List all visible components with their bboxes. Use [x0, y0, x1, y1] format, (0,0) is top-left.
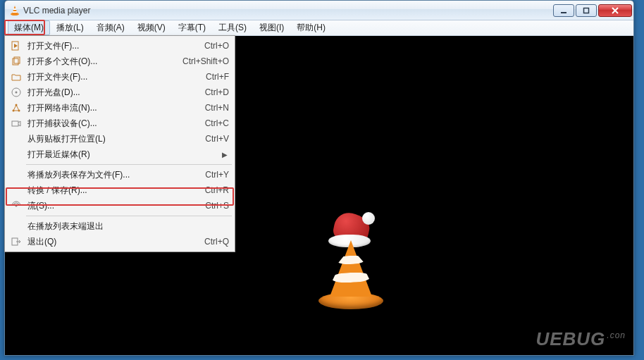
media-menu-dropdown: 打开文件(F)... Ctrl+O 打开多个文件(O)... Ctrl+Shif…	[4, 35, 235, 252]
vlc-logo-icon	[309, 219, 393, 318]
folder-icon	[11, 71, 22, 82]
menu-media[interactable]: 媒体(M)	[8, 20, 50, 35]
disc-icon	[11, 87, 22, 98]
shortcut: Ctrl+C	[188, 118, 229, 128]
menu-open-multiple[interactable]: 打开多个文件(O)... Ctrl+Shift+O	[6, 54, 233, 69]
label: 流(S)...	[27, 200, 188, 212]
menu-quit[interactable]: 退出(Q) Ctrl+Q	[6, 234, 233, 249]
svg-marker-9	[14, 44, 18, 48]
menu-separator	[26, 216, 232, 216]
svg-rect-3	[13, 11, 17, 13]
label: 打开捕获设备(C)...	[27, 118, 188, 130]
minimize-button[interactable]	[553, 4, 574, 17]
shortcut: Ctrl+N	[188, 103, 229, 113]
menu-bar: 媒体(M) 播放(L) 音频(A) 视频(V) 字幕(T) 工具(S) 视图(I…	[5, 20, 633, 36]
label: 退出(Q)	[27, 236, 187, 248]
svg-point-13	[16, 92, 18, 94]
label: 从剪贴板打开位置(L)	[27, 133, 188, 145]
label: 转换 / 保存(R)...	[27, 185, 188, 197]
vlc-cone-icon	[9, 5, 20, 16]
label: 打开文件(F)...	[27, 40, 187, 52]
submenu-arrow-icon: ▶	[222, 151, 228, 159]
stream-icon	[11, 200, 22, 211]
file-play-icon	[11, 40, 22, 51]
menu-quit-at-end[interactable]: 在播放列表末端退出	[6, 218, 233, 234]
shortcut: Ctrl+R	[188, 185, 229, 195]
svg-rect-5	[584, 8, 589, 13]
shortcut: Ctrl+O	[187, 41, 229, 51]
window-controls	[553, 4, 632, 17]
exit-icon	[11, 236, 22, 247]
menu-open-disc[interactable]: 打开光盘(D)... Ctrl+D	[6, 85, 233, 100]
menu-playback[interactable]: 播放(L)	[50, 20, 90, 35]
network-icon	[11, 102, 22, 113]
svg-rect-2	[13, 8, 16, 10]
menu-separator	[26, 164, 232, 165]
menu-stream[interactable]: 流(S)... Ctrl+S	[6, 198, 233, 213]
shortcut: Ctrl+Y	[188, 170, 229, 180]
label: 打开文件夹(F)...	[27, 71, 189, 83]
shortcut: Ctrl+Shift+O	[166, 56, 229, 66]
maximize-button[interactable]	[576, 4, 597, 17]
menu-help[interactable]: 帮助(H)	[290, 20, 332, 35]
label: 在播放列表末端退出	[27, 221, 229, 232]
menu-open-network[interactable]: 打开网络串流(N)... Ctrl+N	[6, 100, 233, 116]
svg-rect-11	[14, 57, 20, 63]
label: 打开光盘(D)...	[27, 87, 188, 99]
menu-open-file[interactable]: 打开文件(F)... Ctrl+O	[6, 38, 233, 54]
shortcut: Ctrl+D	[188, 87, 229, 97]
files-icon	[11, 56, 22, 67]
watermark-text: UEBUG.con	[535, 328, 626, 350]
menu-open-folder[interactable]: 打开文件夹(F)... Ctrl+F	[6, 69, 233, 85]
menu-convert[interactable]: 转换 / 保存(R)... Ctrl+R	[6, 182, 233, 198]
menu-tools[interactable]: 工具(S)	[212, 20, 253, 35]
menu-open-clipboard[interactable]: 从剪贴板打开位置(L) Ctrl+V	[6, 131, 233, 147]
menu-view[interactable]: 视图(I)	[253, 20, 290, 35]
shortcut: Ctrl+S	[188, 201, 229, 211]
svg-point-1	[11, 13, 19, 15]
shortcut: Ctrl+Q	[187, 237, 229, 247]
title-bar[interactable]: VLC media player	[5, 1, 633, 20]
menu-open-capture[interactable]: 打开捕获设备(C)... Ctrl+C	[6, 116, 233, 131]
menu-open-recent[interactable]: 打开最近媒体(R) ▶	[6, 147, 233, 162]
label: 打开多个文件(O)...	[27, 56, 166, 68]
menu-video[interactable]: 视频(V)	[131, 20, 172, 35]
menu-subtitle[interactable]: 字幕(T)	[172, 20, 212, 35]
shortcut: Ctrl+V	[188, 134, 229, 144]
label: 打开网络串流(N)...	[27, 102, 188, 114]
svg-rect-17	[12, 121, 18, 126]
menu-audio[interactable]: 音频(A)	[90, 20, 131, 35]
label: 打开最近媒体(R)	[27, 149, 229, 161]
close-button[interactable]	[598, 4, 632, 17]
menu-save-playlist[interactable]: 将播放列表保存为文件(F)... Ctrl+Y	[6, 167, 233, 182]
capture-icon	[11, 118, 22, 129]
window-title: VLC media player	[23, 6, 90, 15]
label: 将播放列表保存为文件(F)...	[27, 169, 188, 181]
svg-rect-10	[13, 58, 18, 65]
svg-point-18	[16, 205, 18, 207]
shortcut: Ctrl+F	[189, 72, 229, 82]
